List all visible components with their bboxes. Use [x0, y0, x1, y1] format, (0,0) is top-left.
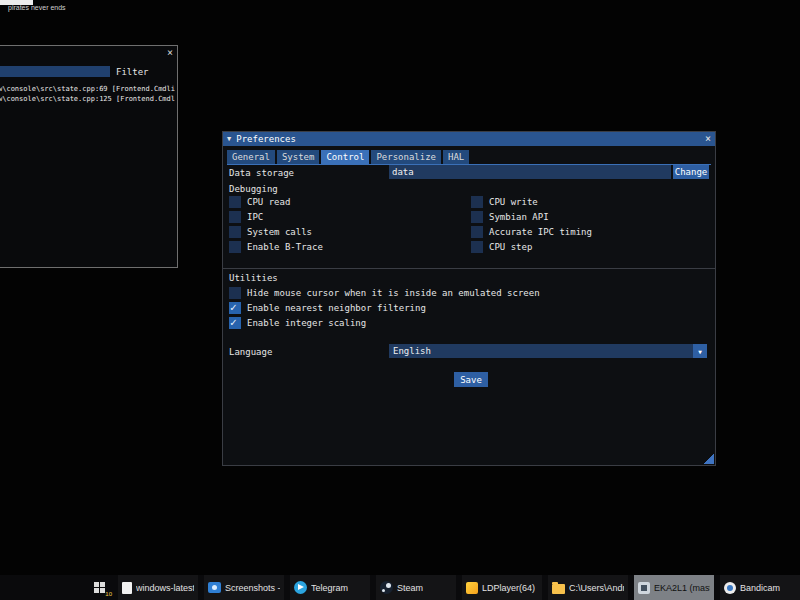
- ipc-checkbox[interactable]: [229, 211, 241, 223]
- checkbox-label: CPU write: [489, 197, 538, 207]
- checkbox-row: Hide mouse cursor when it is inside an e…: [229, 287, 540, 299]
- collapse-icon[interactable]: ▼: [227, 135, 231, 143]
- checkbox-row: System calls: [229, 226, 312, 238]
- checkbox-row: Symbian API: [471, 211, 549, 223]
- windows-logo-icon: [94, 582, 105, 593]
- nearest-neighbor-filtering-checkbox[interactable]: [229, 302, 241, 314]
- tab-general[interactable]: General: [227, 150, 275, 164]
- start-button[interactable]: 10: [86, 575, 112, 600]
- checkbox-label: CPU read: [247, 197, 290, 207]
- taskbar-item-eka2l1[interactable]: EKA2L1 (master b...: [634, 575, 714, 600]
- language-dropdown[interactable]: English ▼: [389, 344, 707, 358]
- cpu-step-checkbox[interactable]: [471, 241, 483, 253]
- document-icon: [122, 582, 132, 594]
- checkbox-row: IPC: [229, 211, 263, 223]
- start-badge: 10: [105, 591, 112, 597]
- taskbar-spacer: [0, 575, 86, 600]
- taskbar-item-file-explorer[interactable]: C:\Users\Andrés\...: [548, 575, 628, 600]
- integer-scaling-checkbox[interactable]: [229, 317, 241, 329]
- ldplayer-icon: [466, 582, 478, 594]
- close-icon[interactable]: ×: [705, 134, 711, 144]
- taskbar-item-telegram[interactable]: Telegram: [290, 575, 370, 600]
- taskbar-item-steam[interactable]: Steam: [376, 575, 456, 600]
- debugging-header: Debugging: [229, 184, 278, 194]
- desktop-overlay-text: pirates never ends: [8, 4, 66, 11]
- log-output: w\console\src\state.cpp:69 [Frontend.Cmd…: [0, 84, 175, 104]
- checkbox-label: Accurate IPC timing: [489, 227, 592, 237]
- checkbox-label: CPU step: [489, 242, 532, 252]
- enable-btrace-checkbox[interactable]: [229, 241, 241, 253]
- taskbar-item-label: EKA2L1 (master b...: [654, 583, 710, 593]
- language-label: Language: [229, 347, 272, 357]
- taskbar-item-label: Screenshots - EKA...: [225, 583, 280, 593]
- tab-personalize[interactable]: Personalize: [371, 150, 441, 164]
- symbian-api-checkbox[interactable]: [471, 211, 483, 223]
- separator: [223, 268, 715, 269]
- bandicam-icon: [724, 582, 736, 594]
- checkbox-label: Enable B-Trace: [247, 242, 323, 252]
- change-button[interactable]: Change: [673, 165, 709, 179]
- taskbar-item-bandicam[interactable]: Bandicam: [720, 575, 800, 600]
- taskbar-item-ldplayer[interactable]: LDPlayer(64): [462, 575, 542, 600]
- taskbar-item-screenshots[interactable]: Screenshots - EKA...: [204, 575, 284, 600]
- preferences-dialog: ▼ Preferences × General System Control P…: [222, 131, 716, 466]
- preferences-titlebar[interactable]: ▼ Preferences ×: [223, 132, 715, 146]
- accurate-ipc-timing-checkbox[interactable]: [471, 226, 483, 238]
- taskbar-item-label: Telegram: [311, 583, 348, 593]
- utilities-header: Utilities: [229, 273, 278, 283]
- checkbox-label: Symbian API: [489, 212, 549, 222]
- log-line: w\console\src\state.cpp:125 [Frontend.Cm…: [0, 94, 175, 104]
- checkbox-row: CPU read: [229, 196, 290, 208]
- taskbar-item-label: C:\Users\Andrés\...: [569, 583, 624, 593]
- checkbox-row: CPU write: [471, 196, 538, 208]
- checkbox-row: Enable integer scaling: [229, 317, 366, 329]
- cpu-read-checkbox[interactable]: [229, 196, 241, 208]
- taskbar-item-windows-latest[interactable]: windows-latest: [118, 575, 198, 600]
- taskbar: 10 windows-latest Screenshots - EKA... T…: [0, 575, 800, 600]
- dialog-title: Preferences: [236, 134, 296, 144]
- checkbox-row: Enable nearest neighbor filtering: [229, 302, 426, 314]
- log-window: × Filter w\console\src\state.cpp:69 [Fro…: [0, 45, 178, 268]
- steam-icon: [380, 581, 393, 594]
- checkbox-row: CPU step: [471, 241, 532, 253]
- filter-input[interactable]: [0, 66, 110, 77]
- checkbox-row: Accurate IPC timing: [471, 226, 592, 238]
- resize-grip[interactable]: [702, 452, 714, 464]
- tab-control[interactable]: Control: [321, 150, 369, 164]
- checkbox-label: Hide mouse cursor when it is inside an e…: [247, 288, 540, 298]
- folder-icon: [552, 584, 565, 594]
- save-button[interactable]: Save: [454, 372, 488, 387]
- language-value: English: [393, 346, 431, 356]
- checkbox-label: Enable integer scaling: [247, 318, 366, 328]
- system-calls-checkbox[interactable]: [229, 226, 241, 238]
- chevron-down-icon[interactable]: ▼: [693, 344, 707, 358]
- data-storage-input[interactable]: data: [389, 165, 671, 179]
- camera-icon: [208, 582, 221, 593]
- tab-hal[interactable]: HAL: [443, 150, 469, 164]
- data-storage-label: Data storage: [229, 168, 294, 178]
- eka2l1-icon: [638, 582, 650, 594]
- checkbox-label: Enable nearest neighbor filtering: [247, 303, 426, 313]
- telegram-icon: [294, 581, 307, 594]
- taskbar-item-label: windows-latest: [136, 583, 194, 593]
- filter-row: Filter: [0, 66, 149, 77]
- close-icon[interactable]: ×: [167, 47, 173, 58]
- hide-mouse-cursor-checkbox[interactable]: [229, 287, 241, 299]
- checkbox-label: System calls: [247, 227, 312, 237]
- taskbar-item-label: Bandicam: [740, 583, 780, 593]
- checkbox-label: IPC: [247, 212, 263, 222]
- cpu-write-checkbox[interactable]: [471, 196, 483, 208]
- taskbar-item-label: Steam: [397, 583, 423, 593]
- tab-system[interactable]: System: [277, 150, 320, 164]
- log-line: w\console\src\state.cpp:69 [Frontend.Cmd…: [0, 84, 175, 94]
- filter-label: Filter: [116, 67, 149, 77]
- preferences-tabbar: General System Control Personalize HAL: [227, 150, 711, 165]
- checkbox-row: Enable B-Trace: [229, 241, 323, 253]
- taskbar-item-label: LDPlayer(64): [482, 583, 535, 593]
